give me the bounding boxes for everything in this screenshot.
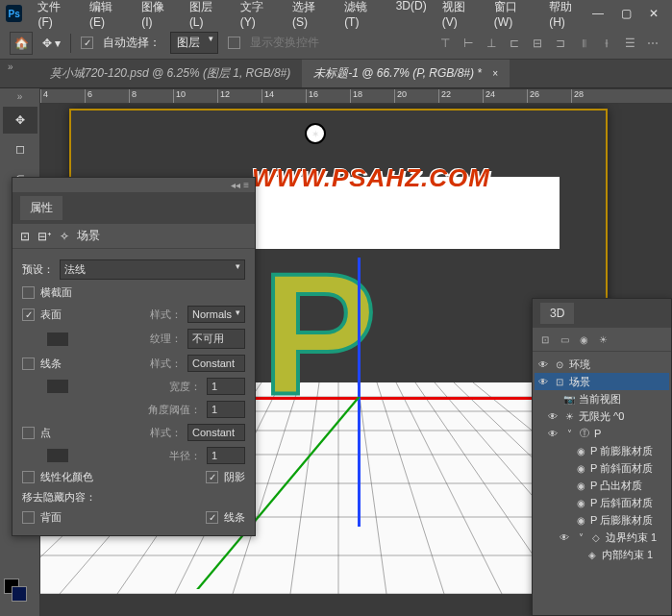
maximize-button[interactable]: ▢	[621, 7, 632, 20]
menu-edit[interactable]: 编辑(E)	[84, 0, 132, 32]
menu-window[interactable]: 窗口(W)	[488, 0, 539, 32]
points-color-swatch[interactable]	[47, 449, 68, 462]
preset-dropdown[interactable]: 法线	[60, 259, 245, 280]
eye-icon[interactable]: 👁	[536, 359, 550, 370]
eye-icon[interactable]: 👁	[546, 429, 560, 439]
svg-line-13	[396, 382, 502, 594]
close-button[interactable]: ✕	[649, 7, 659, 20]
cap-icon[interactable]: ✧	[60, 230, 69, 243]
menu-image[interactable]: 图像(I)	[136, 0, 180, 32]
tree-row-mat1[interactable]: ◉ P 前膨胀材质	[535, 442, 669, 459]
filter-light-icon[interactable]: ☀	[594, 331, 611, 348]
align-middle-icon[interactable]: ⊢	[459, 34, 478, 53]
show-transform-checkbox[interactable]	[228, 37, 240, 49]
filter-mesh-icon[interactable]: ▭	[556, 331, 573, 348]
menu-view[interactable]: 视图(V)	[436, 0, 485, 32]
lines2-checkbox[interactable]	[206, 511, 218, 524]
menu-type[interactable]: 文字(Y)	[235, 0, 283, 32]
shadow-checkbox[interactable]	[206, 471, 218, 483]
doc-tab-2-close[interactable]: ×	[492, 68, 498, 79]
camera-icon: 📷	[563, 394, 575, 405]
properties-tab[interactable]: 属性	[20, 196, 62, 220]
move-tool[interactable]: ✥	[3, 107, 37, 134]
auto-select-label: 自动选择：	[103, 35, 161, 51]
titlebar: Ps 文件(F) 编辑(E) 图像(I) 图层(L) 文字(Y) 选择(S) 滤…	[0, 0, 672, 27]
distribute-h-icon[interactable]: ⫴	[574, 34, 593, 53]
points-label: 点	[40, 426, 51, 440]
menu-filter[interactable]: 滤镜(T)	[338, 0, 386, 32]
surface-style-label: 样式：	[150, 308, 182, 322]
cross-section-checkbox[interactable]	[22, 286, 35, 299]
backface-checkbox[interactable]	[22, 511, 35, 524]
points-checkbox[interactable]	[22, 427, 35, 439]
arrange-icon[interactable]: ☰	[620, 34, 639, 53]
align-left-icon[interactable]: ⊏	[505, 34, 524, 53]
align-right-icon[interactable]: ⊐	[551, 34, 570, 53]
menu-help[interactable]: 帮助(H)	[543, 0, 592, 32]
align-top-icon[interactable]: ⊤	[436, 34, 455, 53]
toolbar-collapse-icon[interactable]: »	[0, 88, 39, 105]
surface-checkbox[interactable]	[22, 308, 35, 321]
surface-label: 表面	[40, 308, 62, 322]
tree-row-internal[interactable]: ◈ 内部约束 1	[535, 546, 669, 563]
mesh-icon[interactable]: ⊡	[20, 230, 30, 243]
deform-icon[interactable]: ⊟ᐩ	[37, 230, 52, 243]
doc-tab-2[interactable]: 未标题-1 @ 66.7% (P, RGB/8#) * ×	[302, 60, 510, 87]
tree-row-boundary[interactable]: 👁 ˅ ◇ 边界约束 1	[535, 529, 669, 546]
tree-row-view[interactable]: 📷 当前视图	[535, 390, 669, 407]
3d-y-axis	[358, 258, 361, 527]
show-transform-label: 显示变换控件	[250, 35, 319, 51]
expand-icon[interactable]: ˅	[575, 532, 586, 543]
material-icon: ◉	[575, 463, 586, 474]
menu-layer[interactable]: 图层(L)	[184, 0, 231, 32]
eye-icon[interactable]: 👁	[546, 411, 560, 422]
menu-file[interactable]: 文件(F)	[32, 0, 80, 32]
tree-row-env[interactable]: 👁 ⊙ 环境	[535, 356, 669, 373]
panel-collapse-icon[interactable]: ◂◂ ≡	[12, 178, 255, 192]
color-swatches[interactable]	[4, 579, 27, 602]
doc-tab-1[interactable]: 莫小城720-120.psd @ 6.25% (图层 1, RGB/8#)	[38, 60, 302, 87]
linearize-label: 线性化颜色	[40, 470, 93, 484]
lines-checkbox[interactable]	[22, 357, 35, 370]
menu-3d[interactable]: 3D(D)	[390, 0, 433, 32]
align-bottom-icon[interactable]: ⊥	[482, 34, 501, 53]
background-color[interactable]	[12, 586, 27, 602]
tree-row-light[interactable]: 👁 ☀ 无限光 ^0	[535, 407, 669, 425]
more-icon[interactable]: ⋯	[643, 34, 662, 53]
minimize-button[interactable]: —	[592, 7, 604, 20]
expand-icon[interactable]: ˅	[563, 429, 575, 439]
tree-row-mat4[interactable]: ◉ P 后斜面材质	[535, 494, 669, 511]
distribute-v-icon[interactable]: ⫲	[597, 34, 616, 53]
surface-style-dropdown[interactable]: Normals	[187, 306, 245, 323]
brush-cursor-icon: ✶	[305, 123, 326, 144]
radius-input: 1	[207, 447, 245, 464]
menu-bar: 文件(F) 编辑(E) 图像(I) 图层(L) 文字(Y) 选择(S) 滤镜(T…	[32, 0, 592, 32]
eye-icon[interactable]: 👁	[536, 377, 550, 387]
lines-style-label: 样式：	[150, 357, 182, 371]
linearize-checkbox[interactable]	[22, 471, 35, 483]
properties-toolbar: ⊡ ⊟ᐩ ✧ 场景	[12, 224, 255, 249]
cross-section-label: 横截面	[40, 285, 72, 300]
marquee-tool[interactable]: ◻	[3, 136, 37, 162]
filter-material-icon[interactable]: ◉	[575, 331, 592, 348]
menu-select[interactable]: 选择(S)	[286, 0, 335, 32]
auto-select-checkbox[interactable]	[81, 37, 93, 49]
material-icon: ◉	[575, 515, 586, 526]
panel-collapse-icon[interactable]: »	[8, 62, 13, 72]
tree-row-scene[interactable]: 👁 ⊡ 场景	[535, 373, 669, 390]
material-icon: ◉	[575, 498, 586, 508]
3d-scene-tree: 👁 ⊙ 环境 👁 ⊡ 场景 📷 当前视图 👁 ☀ 无限光 ^0 👁 ˅ Ⓣ P …	[533, 352, 671, 567]
tool-icon-home[interactable]: 🏠	[10, 32, 33, 55]
auto-select-mode-dropdown[interactable]: 图层	[170, 32, 218, 54]
tree-row-mat5[interactable]: ◉ P 后膨胀材质	[535, 511, 669, 529]
scene-icon: ⊡	[554, 377, 565, 387]
surface-color-swatch[interactable]	[47, 333, 68, 346]
filter-scene-icon[interactable]: ⊡	[536, 331, 554, 348]
3d-tab[interactable]: 3D	[540, 303, 574, 324]
eye-icon[interactable]: 👁	[558, 532, 571, 543]
tree-row-mat2[interactable]: ◉ P 前斜面材质	[535, 459, 669, 477]
tree-row-p[interactable]: 👁 ˅ Ⓣ P	[535, 425, 669, 442]
tree-row-mat3[interactable]: ◉ P 凸出材质	[535, 477, 669, 494]
lines-color-swatch[interactable]	[47, 380, 68, 393]
align-center-icon[interactable]: ⊟	[528, 34, 547, 53]
